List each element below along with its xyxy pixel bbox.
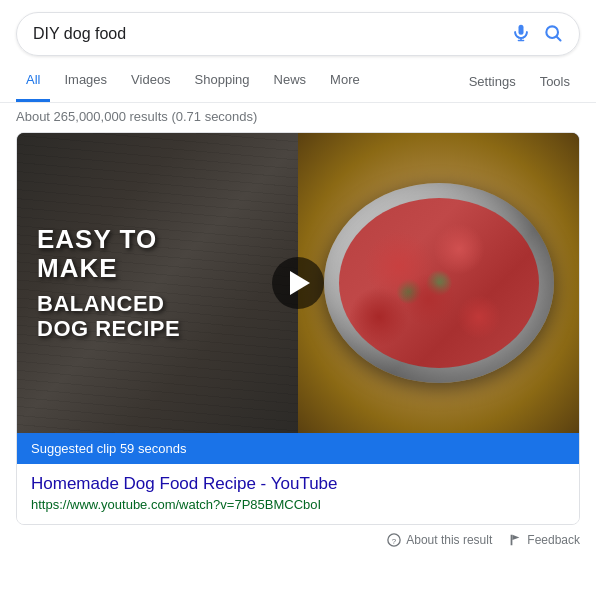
video-text-line4: DOG RECIPE [37, 317, 278, 341]
search-input[interactable]: DIY dog food [33, 25, 511, 43]
video-text-line2: MAKE [37, 254, 278, 283]
tab-tools[interactable]: Tools [530, 62, 580, 101]
video-left-panel: EASY TO MAKE BALANCED DOG RECIPE [17, 133, 298, 433]
svg-rect-0 [519, 24, 524, 34]
svg-rect-5 [511, 535, 513, 546]
tab-news[interactable]: News [264, 60, 317, 102]
search-icon[interactable] [543, 23, 563, 46]
footer-row: ? About this result Feedback [0, 525, 596, 559]
info-icon: ? [387, 533, 401, 547]
food-bowl [319, 173, 559, 393]
tab-settings[interactable]: Settings [459, 62, 526, 101]
bowl-content [339, 198, 539, 368]
tab-shopping[interactable]: Shopping [185, 60, 260, 102]
svg-line-2 [557, 36, 561, 40]
play-triangle-icon [290, 271, 310, 295]
search-icons [511, 23, 563, 46]
results-info: About 265,000,000 results (0.71 seconds) [0, 103, 596, 132]
feedback-label: Feedback [527, 533, 580, 547]
tab-videos[interactable]: Videos [121, 60, 181, 102]
video-text-line1: EASY TO [37, 225, 278, 254]
about-result-label: About this result [406, 533, 492, 547]
mic-icon[interactable] [511, 23, 531, 46]
video-thumbnail[interactable]: EASY TO MAKE BALANCED DOG RECIPE [17, 133, 579, 433]
result-url[interactable]: https://www.youtube.com/watch?v=7P85BMCC… [31, 497, 321, 512]
search-bar: DIY dog food [16, 12, 580, 56]
svg-text:?: ? [392, 537, 397, 546]
video-text-overlay: EASY TO MAKE BALANCED DOG RECIPE [37, 225, 278, 341]
nav-tabs: All Images Videos Shopping News More Set… [0, 60, 596, 103]
bowl-outer [324, 183, 554, 383]
feedback-button[interactable]: Feedback [508, 533, 580, 547]
about-result-button[interactable]: ? About this result [387, 533, 492, 547]
tab-all[interactable]: All [16, 60, 50, 102]
search-bar-container: DIY dog food [0, 0, 596, 56]
result-title[interactable]: Homemade Dog Food Recipe - YouTube [31, 474, 565, 494]
video-text-line3: BALANCED [37, 292, 278, 316]
flag-icon [508, 533, 522, 547]
video-card: EASY TO MAKE BALANCED DOG RECIPE Suggest… [16, 132, 580, 525]
video-right-panel [298, 133, 579, 433]
play-button[interactable] [272, 257, 324, 309]
tab-more[interactable]: More [320, 60, 370, 102]
nav-right: Settings Tools [459, 62, 580, 101]
tab-images[interactable]: Images [54, 60, 117, 102]
suggested-clip-bar: Suggested clip 59 seconds [17, 433, 579, 464]
result-info: Homemade Dog Food Recipe - YouTube https… [17, 464, 579, 524]
